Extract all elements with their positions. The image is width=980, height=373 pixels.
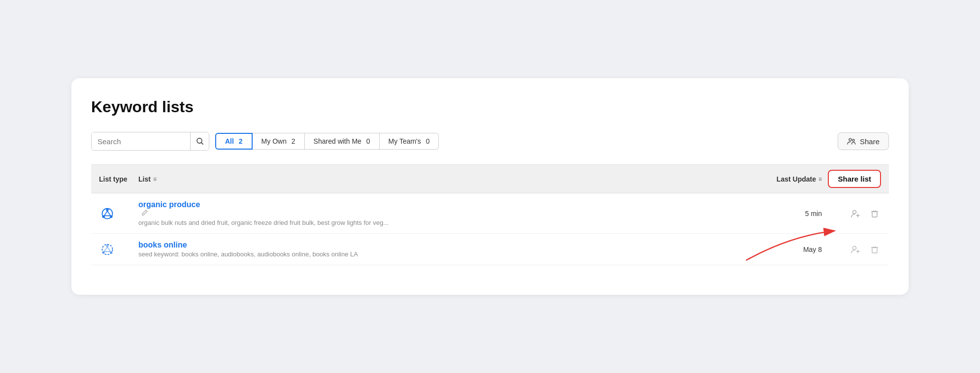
last-update-sort-icon[interactable]: ≡ (818, 176, 822, 183)
svg-rect-22 (872, 248, 877, 253)
row-2-description: seed keyword: books online, audiobooks, … (138, 250, 743, 258)
svg-point-16 (106, 244, 108, 247)
row-1-actions (832, 207, 881, 220)
list-sort-icon[interactable]: ≡ (153, 176, 157, 183)
svg-point-19 (853, 246, 856, 249)
add-person-icon-2 (850, 245, 860, 254)
col-header-list-type: List type (99, 175, 138, 183)
main-card: Keyword lists All 2 My (71, 78, 909, 295)
row-1-delete-button[interactable] (868, 207, 881, 220)
tab-my-teams[interactable]: My Team's 0 (380, 133, 439, 150)
row-1-add-person-button[interactable] (849, 207, 862, 220)
tab-all[interactable]: All 2 (215, 133, 253, 150)
toolbar: All 2 My Own 2 Shared with Me 0 My Team'… (91, 132, 889, 151)
svg-line-1 (201, 143, 203, 145)
svg-point-2 (849, 139, 851, 141)
page-title: Keyword lists (91, 98, 889, 116)
row-2-list-type-icon (99, 241, 116, 258)
share-button[interactable]: Share (838, 132, 889, 150)
col-header-share-list: Share list (832, 170, 881, 188)
row-2-actions (832, 243, 881, 256)
row-1-list-type-icon (99, 205, 116, 222)
col-header-last-update: Last Update ≡ (743, 175, 832, 183)
search-wrapper (91, 132, 209, 151)
svg-point-8 (853, 210, 856, 214)
add-person-icon (850, 209, 860, 218)
svg-point-3 (852, 139, 854, 141)
svg-point-5 (106, 208, 108, 211)
table-row: books online seed keyword: books online,… (91, 234, 889, 265)
trash-icon-2 (870, 245, 879, 254)
svg-rect-11 (872, 212, 877, 217)
search-input[interactable] (92, 132, 190, 150)
row-2-list-info: books online seed keyword: books online,… (138, 241, 743, 258)
row-1-edit-icon[interactable] (141, 209, 148, 218)
row-2-add-person-button[interactable] (849, 243, 862, 256)
search-button[interactable] (190, 132, 209, 150)
row-1-last-update: 5 min (743, 210, 832, 218)
row-1-list-name[interactable]: organic produce (138, 200, 743, 209)
tab-my-own[interactable]: My Own 2 (253, 133, 305, 150)
tab-shared-with-me[interactable]: Shared with Me 0 (305, 133, 380, 150)
search-icon (196, 137, 204, 145)
keyword-list-icon (100, 207, 114, 220)
share-list-button[interactable]: Share list (828, 170, 881, 188)
col-header-list: List ≡ (138, 175, 743, 183)
row-2-delete-button[interactable] (868, 243, 881, 256)
share-people-icon (847, 137, 856, 146)
keyword-list-icon-2 (100, 243, 114, 256)
row-2-list-name[interactable]: books online (138, 241, 743, 249)
row-1-list-info: organic produce organic bulk nuts and dr… (138, 200, 743, 226)
toolbar-left: All 2 My Own 2 Shared with Me 0 My Team'… (91, 132, 439, 151)
table-container: List type List ≡ Last Update ≡ Share lis… (91, 164, 889, 265)
table-header: List type List ≡ Last Update ≡ Share lis… (91, 165, 889, 193)
row-1-description: organic bulk nuts and dried fruit, organ… (138, 219, 743, 226)
trash-icon (870, 209, 879, 218)
tabs-container: All 2 My Own 2 Shared with Me 0 My Team'… (215, 133, 439, 150)
row-2-last-update: May 8 (743, 246, 832, 253)
table-row: organic produce organic bulk nuts and dr… (91, 193, 889, 234)
